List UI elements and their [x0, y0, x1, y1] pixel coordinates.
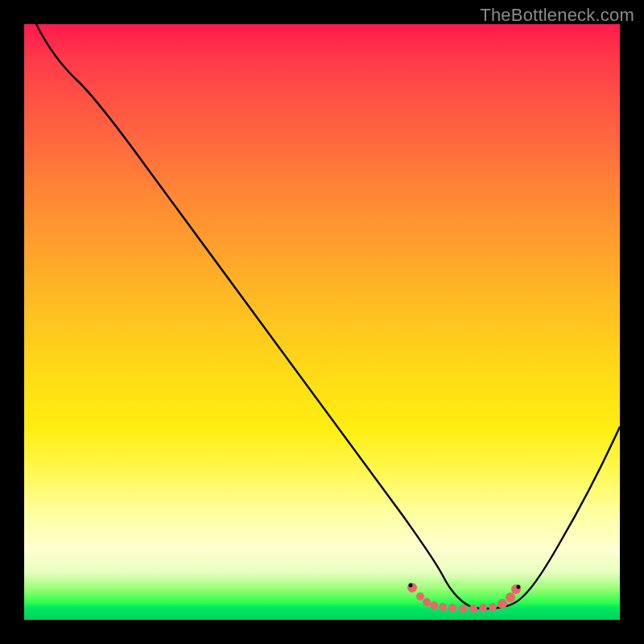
svg-point-14	[517, 585, 521, 589]
chart-frame: TheBottleneck.com	[0, 0, 644, 644]
bottleneck-curve	[36, 24, 620, 609]
svg-point-4	[439, 603, 447, 611]
svg-point-8	[479, 604, 487, 612]
svg-point-13	[409, 584, 413, 588]
svg-point-9	[489, 603, 497, 611]
watermark-text: TheBottleneck.com	[480, 5, 634, 26]
svg-point-1	[416, 592, 424, 601]
svg-point-11	[506, 592, 515, 602]
svg-point-10	[497, 599, 507, 609]
svg-point-3	[430, 601, 438, 609]
svg-point-7	[469, 605, 477, 613]
svg-point-5	[448, 604, 456, 612]
svg-point-6	[459, 605, 467, 613]
curve-layer	[24, 24, 620, 620]
plot-area	[24, 24, 620, 620]
svg-point-2	[423, 598, 431, 606]
optimal-range-markers	[407, 583, 521, 613]
